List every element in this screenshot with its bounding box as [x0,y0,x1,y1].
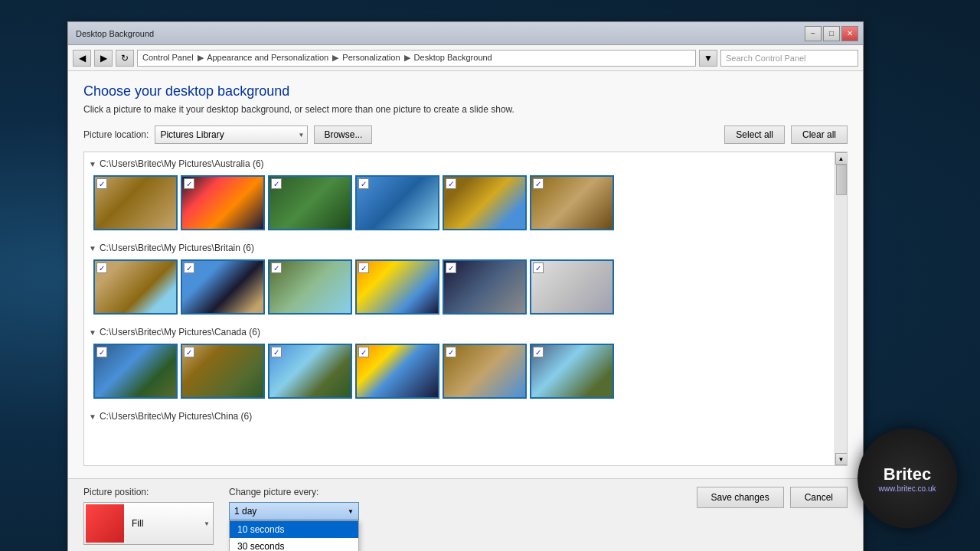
picture-grid-scroll[interactable]: ▼ C:\Users\Britec\My Pictures\Australia … [84,152,835,465]
thumbnail-br3[interactable]: ✓ [268,259,352,315]
refresh-button[interactable]: ↻ [116,50,134,67]
thumbnail-checkbox-ca6[interactable]: ✓ [533,347,544,357]
thumbnail-checkbox-br3[interactable]: ✓ [271,262,282,273]
thumbnail-ca3[interactable]: ✓ [268,344,352,399]
save-changes-button[interactable]: Save changes [697,487,784,508]
thumbnail-au5[interactable]: ✓ [443,175,527,230]
scroll-thumb[interactable] [836,165,847,195]
scroll-track[interactable] [836,165,847,453]
group-britain: ▼ C:\Users\Britec\My Pictures\Britain (6… [87,240,831,318]
thumbnail-checkbox-br5[interactable]: ✓ [446,262,456,273]
group-path-australia: C:\Users\Britec\My Pictures\Australia (6… [100,158,264,169]
window-title: Desktop Background [73,29,805,38]
thumbnail-ca6[interactable]: ✓ [530,344,614,399]
thumbnail-br1[interactable]: ✓ [93,259,178,315]
thumbnail-ca2[interactable]: ✓ [181,344,265,399]
select-all-button[interactable]: Select all [724,126,785,144]
thumbnail-ca5[interactable]: ✓ [443,344,527,399]
group-header-britain: ▼ C:\Users\Britec\My Pictures\Britain (6… [87,240,831,256]
thumbnail-checkbox-ca4[interactable]: ✓ [358,347,369,357]
thumbnail-checkbox-br2[interactable]: ✓ [184,262,194,273]
thumbnail-br5[interactable]: ✓ [443,259,527,315]
change-picture-select[interactable]: 1 day ▼ [229,502,359,520]
thumbnail-au4[interactable]: ✓ [355,175,439,230]
maximize-button[interactable]: □ [823,26,840,41]
group-header-canada: ▼ C:\Users\Britec\My Pictures\Canada (6) [87,324,831,341]
group-header-australia: ▼ C:\Users\Britec\My Pictures\Australia … [87,155,831,172]
britec-logo: Britec www.britec.co.uk [858,429,957,528]
group-thumbnails-australia: ✓ ✓ ✓ ✓ [87,172,831,233]
group-collapse-icon[interactable]: ▼ [89,160,96,168]
thumbnail-checkbox-au3[interactable]: ✓ [271,178,282,189]
change-picture-label: Change picture every: [229,487,359,497]
britec-logo-name: Britec [884,465,931,484]
scroll-up-button[interactable]: ▲ [835,152,848,165]
group-path-china: C:\Users\Britec\My Pictures\China (6) [100,411,252,422]
thumbnail-checkbox-ca2[interactable]: ✓ [184,347,194,357]
dropdown-item-30sec[interactable]: 30 seconds [230,538,358,551]
thumbnail-checkbox-ca3[interactable]: ✓ [271,347,282,357]
group-collapse-icon-britain[interactable]: ▼ [89,244,96,253]
thumbnail-au1[interactable]: ✓ [93,175,178,230]
thumbnail-checkbox-au4[interactable]: ✓ [358,178,369,189]
browser-window: Desktop Background − □ ✕ ◀ ▶ ↻ Control P… [67,21,864,551]
picture-grid-container: ▼ C:\Users\Britec\My Pictures\Australia … [83,152,848,466]
thumbnail-checkbox-ca1[interactable]: ✓ [96,347,107,357]
minimize-button[interactable]: − [805,26,822,41]
thumbnail-checkbox-au5[interactable]: ✓ [446,178,456,189]
dropdown-item-10sec[interactable]: 10 seconds [230,521,358,538]
group-path-canada: C:\Users\Britec\My Pictures\Canada (6) [100,327,260,337]
picture-position-label: Picture position: [83,487,214,497]
thumbnail-checkbox-ca5[interactable]: ✓ [446,347,456,357]
picture-position-preview [86,504,124,543]
picture-position-value: Fill [126,518,204,529]
thumbnail-checkbox-au6[interactable]: ✓ [533,178,544,189]
cancel-button[interactable]: Cancel [790,487,848,508]
thumbnail-checkbox-br1[interactable]: ✓ [96,262,107,273]
thumbnail-au3[interactable]: ✓ [268,175,352,230]
thumbnail-br4[interactable]: ✓ [355,259,439,315]
picture-location-select[interactable]: Pictures Library ▼ [155,126,308,144]
close-button[interactable]: ✕ [841,26,858,41]
browse-label: Browse... [324,129,362,140]
address-bar: ◀ ▶ ↻ Control Panel ▶ Appearance and Per… [68,45,863,71]
main-content: Choose your desktop background Click a p… [68,71,863,478]
thumbnail-checkbox-au2[interactable]: ✓ [184,178,194,189]
change-picture-value: 1 day [234,506,256,517]
thumbnail-ca1[interactable]: ✓ [93,344,178,399]
controls-row: Picture location: Pictures Library ▼ Bro… [83,126,848,144]
forward-button[interactable]: ▶ [94,50,113,67]
picture-position-select[interactable]: Fill ▼ [83,502,214,545]
thumbnail-au2[interactable]: ✓ [181,175,265,230]
select-all-label: Select all [736,129,773,140]
address-path[interactable]: Control Panel ▶ Appearance and Personali… [137,50,696,67]
thumbnail-checkbox-au1[interactable]: ✓ [96,178,107,189]
breadcrumb-text: Control Panel ▶ Appearance and Personali… [142,53,492,63]
thumbnail-br6[interactable]: ✓ [530,259,614,315]
thumbnail-checkbox-br6[interactable]: ✓ [533,262,544,273]
thumbnail-au6[interactable]: ✓ [530,175,614,230]
scrollbar: ▲ ▼ [835,152,847,465]
group-china: ▼ C:\Users\Britec\My Pictures\China (6) [87,408,831,425]
title-bar: Desktop Background − □ ✕ [68,22,863,45]
thumbnail-br2[interactable]: ✓ [181,259,265,315]
group-path-britain: C:\Users\Britec\My Pictures\Britain (6) [100,243,254,253]
clear-all-button[interactable]: Clear all [791,126,848,144]
change-picture-dropdown[interactable]: 10 seconds 30 seconds 1 minute 3 minutes… [229,520,359,551]
group-header-china: ▼ C:\Users\Britec\My Pictures\China (6) [87,408,831,425]
save-changes-label: Save changes [711,492,769,503]
back-button[interactable]: ◀ [73,50,91,67]
thumbnail-ca4[interactable]: ✓ [355,344,439,399]
group-collapse-icon-canada[interactable]: ▼ [89,328,96,337]
picture-location-value: Pictures Library [160,129,224,140]
cancel-label: Cancel [805,492,833,503]
group-australia: ▼ C:\Users\Britec\My Pictures\Australia … [87,155,831,233]
browse-button[interactable]: Browse... [314,126,372,144]
search-placeholder: Search Control Panel [726,54,806,63]
search-box[interactable]: Search Control Panel [720,50,858,67]
browse-history-button[interactable]: ▼ [699,50,717,67]
page-title: Choose your desktop background [83,83,848,99]
scroll-down-button[interactable]: ▼ [835,453,848,465]
group-collapse-icon-china[interactable]: ▼ [89,412,96,421]
thumbnail-checkbox-br4[interactable]: ✓ [358,262,369,273]
